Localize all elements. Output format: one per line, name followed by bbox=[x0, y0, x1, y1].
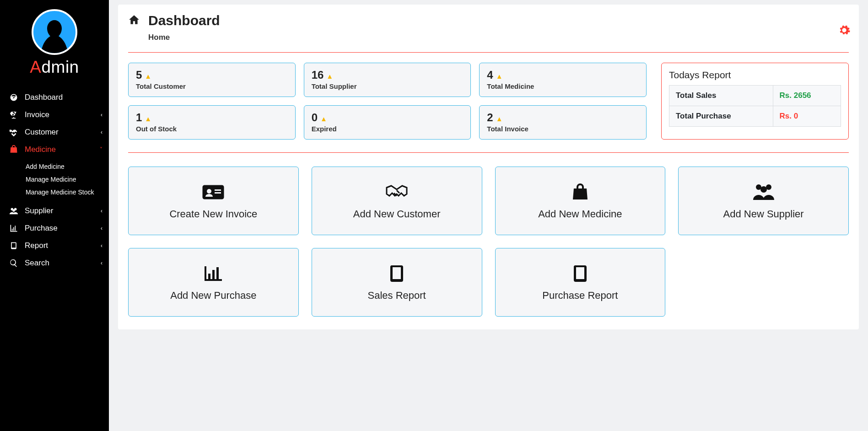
svg-rect-13 bbox=[577, 269, 583, 270]
warning-icon: ▲ bbox=[326, 72, 333, 80]
sidebar-item-label: Invoice bbox=[25, 110, 49, 119]
svg-rect-11 bbox=[394, 269, 399, 270]
avatar-silhouette bbox=[34, 16, 75, 55]
sidebar: Admin Dashboard Invoice ‹ bbox=[0, 0, 109, 431]
sidebar-item-purchase[interactable]: Purchase ‹ bbox=[0, 220, 109, 237]
warning-icon: ▲ bbox=[320, 115, 327, 123]
sidebar-item-label: Search bbox=[25, 259, 49, 268]
action-label: Add New Customer bbox=[353, 208, 441, 220]
svg-rect-6 bbox=[215, 189, 221, 191]
sidebar-item-customer[interactable]: Customer ‹ bbox=[0, 124, 109, 141]
chevron-down-icon: ˅ bbox=[100, 146, 102, 153]
sidebar-nav: Dashboard Invoice ‹ Customer ‹ bbox=[0, 89, 109, 272]
avatar bbox=[32, 9, 77, 55]
sidebar-subitem-manage-medicine[interactable]: Manage Medicine bbox=[0, 173, 109, 186]
page-header: Dashboard Home bbox=[128, 13, 849, 42]
sidebar-item-report[interactable]: Report ‹ bbox=[0, 237, 109, 254]
sidebar-item-label: Dashboard bbox=[25, 93, 63, 102]
action-label: Create New Invoice bbox=[169, 208, 257, 220]
warning-icon: ▲ bbox=[145, 115, 151, 123]
sidebar-item-search[interactable]: Search ‹ bbox=[0, 254, 109, 272]
sidebar-title: Admin bbox=[30, 58, 79, 77]
svg-rect-7 bbox=[215, 192, 221, 194]
divider bbox=[128, 52, 849, 53]
stat-expired[interactable]: 0▲ Expired bbox=[304, 105, 471, 140]
sidebar-item-invoice[interactable]: Invoice ‹ bbox=[0, 106, 109, 124]
stats-grid: 5▲ Total Customer 16▲ Total Supplier 4▲ … bbox=[128, 63, 647, 140]
action-purchase-report[interactable]: Purchase Report bbox=[495, 248, 666, 317]
book-icon bbox=[8, 240, 19, 251]
svg-point-2 bbox=[12, 209, 15, 212]
warning-icon: ▲ bbox=[496, 115, 503, 123]
gear-icon bbox=[838, 24, 851, 37]
handshake-icon bbox=[384, 182, 410, 203]
sidebar-item-label: Report bbox=[25, 241, 48, 250]
sidebar-item-label: Customer bbox=[25, 128, 59, 137]
sidebar-profile: Admin bbox=[0, 0, 109, 81]
chevron-left-icon: ‹ bbox=[101, 129, 102, 135]
page-card: Dashboard Home 5▲ Total Customer 16▲ T bbox=[118, 5, 859, 329]
users-icon bbox=[8, 205, 19, 216]
chevron-left-icon: ‹ bbox=[101, 225, 102, 232]
settings-button[interactable] bbox=[838, 24, 851, 37]
sidebar-submenu-medicine: Add Medicine Manage Medicine Manage Medi… bbox=[0, 158, 109, 202]
chart-icon bbox=[8, 223, 19, 234]
action-label: Add New Purchase bbox=[170, 290, 256, 302]
dashboard-icon bbox=[8, 92, 19, 103]
action-label: Purchase Report bbox=[542, 290, 618, 302]
table-row: Total Sales Rs. 2656 bbox=[669, 86, 841, 106]
svg-rect-12 bbox=[394, 272, 399, 273]
report-row-label: Total Purchase bbox=[669, 106, 773, 127]
actions-row-1: Create New Invoice Add New Customer Add … bbox=[128, 167, 849, 235]
main-content: Dashboard Home 5▲ Total Customer 16▲ T bbox=[109, 0, 868, 431]
book-icon bbox=[388, 263, 406, 284]
action-label: Add New Supplier bbox=[723, 208, 804, 220]
chevron-left-icon: ‹ bbox=[101, 112, 102, 118]
todays-report-card: Todays Report Total Sales Rs. 2656 Total… bbox=[661, 63, 849, 140]
todays-report-title: Todays Report bbox=[669, 70, 841, 81]
stat-total-medicine[interactable]: 4▲ Total Medicine bbox=[479, 63, 647, 97]
action-label: Add New Medicine bbox=[538, 208, 622, 220]
sidebar-item-label: Medicine bbox=[25, 145, 56, 154]
chevron-left-icon: ‹ bbox=[101, 242, 102, 249]
handshake-icon bbox=[8, 127, 19, 138]
stat-total-supplier[interactable]: 16▲ Total Supplier bbox=[304, 63, 471, 97]
sidebar-item-supplier[interactable]: Supplier ‹ bbox=[0, 202, 109, 220]
actions-row-2: Add New Purchase Sales Report Purchase R… bbox=[128, 248, 849, 317]
chevron-left-icon: ‹ bbox=[101, 260, 102, 266]
id-card-icon bbox=[202, 182, 224, 203]
stat-total-invoice[interactable]: 2▲ Total Invoice bbox=[479, 105, 647, 140]
sidebar-item-dashboard[interactable]: Dashboard bbox=[0, 89, 109, 106]
action-create-invoice[interactable]: Create New Invoice bbox=[128, 167, 299, 235]
svg-point-5 bbox=[207, 189, 211, 194]
sidebar-subitem-add-medicine[interactable]: Add Medicine bbox=[0, 160, 109, 173]
action-add-purchase[interactable]: Add New Purchase bbox=[128, 248, 299, 317]
action-label: Sales Report bbox=[368, 290, 426, 302]
report-row-label: Total Sales bbox=[669, 86, 773, 106]
sidebar-item-label: Purchase bbox=[25, 224, 58, 233]
sidebar-subitem-manage-medicine-stock[interactable]: Manage Medicine Stock bbox=[0, 186, 109, 199]
chart-icon bbox=[203, 263, 224, 284]
report-row-value: Rs. 0 bbox=[773, 106, 841, 127]
users-icon bbox=[751, 182, 776, 203]
bag-icon bbox=[8, 144, 19, 155]
table-row: Total Purchase Rs. 0 bbox=[669, 106, 841, 127]
chevron-left-icon: ‹ bbox=[101, 208, 102, 214]
action-add-medicine[interactable]: Add New Medicine bbox=[495, 167, 666, 235]
action-add-customer[interactable]: Add New Customer bbox=[312, 167, 482, 235]
svg-rect-14 bbox=[577, 272, 583, 273]
stat-total-customer[interactable]: 5▲ Total Customer bbox=[128, 63, 296, 97]
divider bbox=[128, 152, 849, 153]
svg-point-10 bbox=[760, 186, 767, 193]
action-sales-report[interactable]: Sales Report bbox=[312, 248, 482, 317]
page-title: Dashboard bbox=[148, 13, 220, 28]
todays-report-table: Total Sales Rs. 2656 Total Purchase Rs. … bbox=[669, 85, 841, 127]
search-icon bbox=[8, 258, 19, 269]
action-add-supplier[interactable]: Add New Supplier bbox=[678, 167, 849, 235]
home-icon bbox=[128, 14, 140, 26]
warning-icon: ▲ bbox=[496, 72, 503, 80]
sidebar-item-medicine[interactable]: Medicine ˅ bbox=[0, 141, 109, 158]
warning-icon: ▲ bbox=[145, 72, 151, 80]
report-row-value: Rs. 2656 bbox=[773, 86, 841, 106]
stat-out-of-stock[interactable]: 1▲ Out of Stock bbox=[128, 105, 296, 140]
